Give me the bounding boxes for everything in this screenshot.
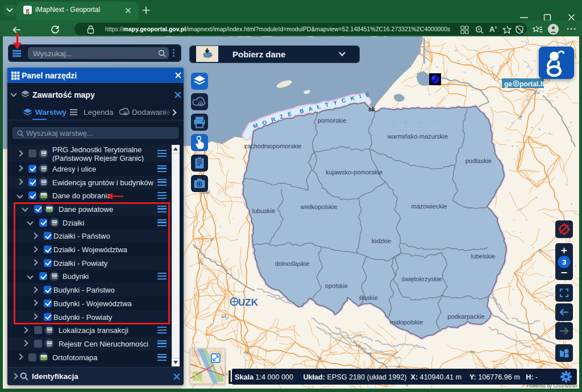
svg-text:łódzkie: łódzkie [372, 237, 391, 244]
svg-text:3: 3 [562, 258, 566, 266]
svg-text:śląskie: śląskie [359, 294, 378, 301]
svg-text:ge: ge [504, 80, 512, 88]
svg-text:podkarpackie: podkarpackie [447, 313, 484, 320]
svg-text:UZK: UZK [238, 297, 259, 308]
svg-text:opolskie: opolskie [325, 282, 348, 289]
svg-text:pomorskie: pomorskie [318, 117, 347, 124]
svg-text:lubuskie: lubuskie [252, 207, 275, 214]
svg-text:lubelskie: lubelskie [471, 253, 496, 260]
svg-text:warmińsko-mazurskie: warmińsko-mazurskie [387, 133, 448, 140]
svg-text:WMS: WMS [41, 155, 46, 157]
svg-text:świętokrzyskie: świętokrzyskie [402, 276, 442, 282]
svg-text:portal.lt: portal.lt [519, 80, 544, 88]
svg-text:zachodniopomorskie: zachodniopomorskie [244, 143, 302, 149]
svg-text:kujawsko-pomorskie: kujawsko-pomorskie [326, 169, 383, 176]
svg-text:WMS: WMS [47, 345, 52, 347]
svg-text:sk: sk [368, 106, 376, 112]
svg-text:podlaskie: podlaskie [465, 157, 492, 164]
svg-text:WMS: WMS [47, 331, 52, 333]
svg-text:g: g [26, 6, 30, 14]
svg-text:dolnośląskie: dolnośląskie [275, 260, 310, 267]
svg-text:małopolskie: małopolskie [390, 319, 423, 326]
svg-text:mazowieckie: mazowieckie [411, 203, 447, 210]
svg-text:WMS: WMS [41, 169, 46, 172]
svg-text:WMS: WMS [41, 183, 46, 185]
svg-text:wielkopolskie: wielkopolskie [300, 203, 338, 210]
